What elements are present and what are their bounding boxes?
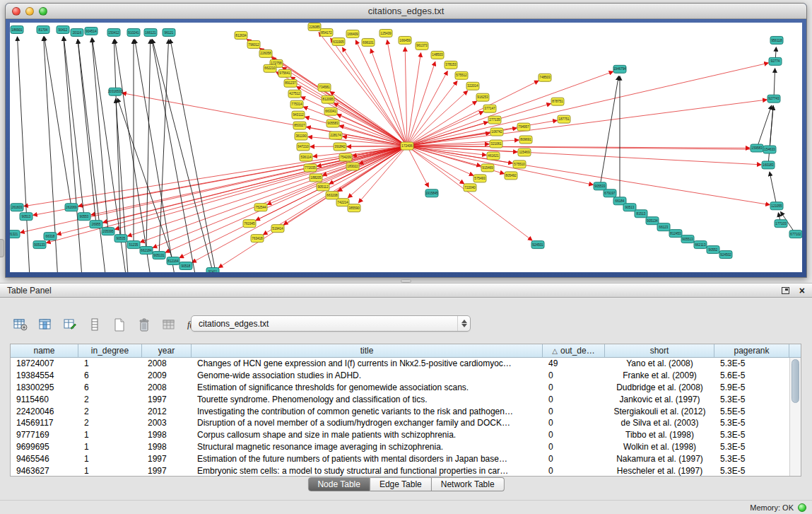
minimize-window-button[interactable] — [25, 7, 34, 16]
svg-text:763418: 763418 — [252, 237, 263, 240]
float-panel-icon[interactable] — [782, 287, 789, 294]
table-vertical-scrollbar[interactable] — [789, 358, 801, 476]
table-row[interactable]: 969969511998Structural magnetic resonanc… — [11, 441, 789, 453]
svg-text:663341: 663341 — [325, 110, 336, 113]
memory-status-label: Memory: OK — [750, 503, 794, 512]
svg-text:166121: 166121 — [145, 31, 156, 35]
show-columns-button[interactable] — [36, 315, 54, 334]
traffic-lights — [12, 7, 47, 16]
svg-text:752544: 752544 — [255, 206, 266, 209]
table-cell: 19384554 — [11, 370, 78, 380]
table-cell: 2008 — [142, 382, 192, 392]
edit-column-button[interactable] — [61, 315, 79, 334]
import-table-button[interactable] — [160, 315, 178, 334]
column-header-short[interactable]: short — [605, 344, 714, 357]
table-row[interactable]: 946362711997Embryonic stem cells: a mode… — [11, 465, 789, 476]
tab-edge-table[interactable]: Edge Table — [370, 477, 432, 491]
window-title: citations_edges.txt — [6, 6, 806, 16]
svg-text:905513: 905513 — [682, 238, 693, 241]
dropdown-stepper-icon — [457, 316, 470, 331]
table-cell: 1998 — [142, 442, 192, 452]
table-row[interactable]: 1938455462009Genome-wide association stu… — [11, 370, 789, 382]
network-graph[interactable]: 1724068126347960122260581727589756418912… — [10, 23, 802, 272]
new-file-button[interactable] — [110, 315, 129, 334]
window-titlebar[interactable]: citations_edges.txt — [6, 4, 806, 19]
table-row[interactable]: 977716911998Corpus callosum shape and si… — [11, 429, 789, 441]
svg-text:696101: 696101 — [363, 41, 374, 45]
table-cell: 1 — [78, 442, 142, 452]
column-header-title[interactable]: title — [192, 344, 543, 357]
table-cell: 1 — [78, 454, 142, 464]
svg-text:796012: 796012 — [248, 43, 259, 47]
svg-text:106742: 106742 — [491, 130, 502, 134]
table-cell: de Silva et al. (2003) — [605, 418, 714, 428]
sort-ascending-icon: △ — [552, 347, 558, 355]
close-window-button[interactable] — [12, 7, 20, 16]
svg-text:81513: 81513 — [637, 212, 646, 216]
table-cell: 1997 — [142, 395, 192, 404]
table-cell: Wolkin et al. (1998) — [605, 442, 714, 452]
svg-text:677102: 677102 — [790, 233, 801, 236]
svg-text:961373: 961373 — [416, 45, 428, 48]
svg-text:742214: 742214 — [337, 201, 348, 204]
table-selector-dropdown[interactable]: citations_edges.txt — [191, 315, 471, 332]
svg-text:812634: 812634 — [235, 34, 247, 37]
zoom-window-button[interactable] — [39, 7, 47, 16]
svg-text:956118: 956118 — [772, 39, 782, 42]
table-cell: Estimation of significance thresholds fo… — [192, 382, 543, 392]
node-table: name in_degree year title △ out_de… shor… — [10, 344, 801, 477]
svg-text:322014: 322014 — [467, 84, 478, 88]
table-cell: Embryonic stem cells: a model to study s… — [192, 466, 543, 476]
table-settings-button[interactable] — [11, 315, 30, 334]
column-header-out-degree[interactable]: △ out_de… — [543, 344, 605, 357]
svg-text:905131: 905131 — [153, 254, 165, 257]
svg-text:519414: 519414 — [272, 227, 283, 230]
table-row[interactable]: 1456911722003Disruption of a novel membe… — [11, 417, 789, 429]
column-header-pagerank[interactable]: pagerank — [714, 344, 789, 357]
table-row[interactable]: 911546021997Tourette syndrome. Phenomeno… — [11, 393, 789, 405]
table-selector-value: citations_edges.txt — [199, 319, 269, 329]
close-panel-icon[interactable]: × — [799, 286, 805, 296]
table-row[interactable]: 946554611997Estimation of the future num… — [11, 452, 789, 465]
row-operations-button[interactable] — [86, 315, 104, 334]
svg-text:183022: 183022 — [347, 165, 358, 168]
svg-text:854172: 854172 — [321, 31, 332, 35]
delete-table-button[interactable] — [135, 315, 153, 334]
column-header-year[interactable]: year — [142, 344, 192, 357]
side-panel-grip[interactable] — [0, 239, 4, 257]
table-row[interactable]: 2242004622012Investigating the contribut… — [11, 405, 789, 417]
svg-text:166409: 166409 — [347, 33, 358, 36]
svg-text:812164: 812164 — [167, 259, 179, 263]
svg-text:754209: 754209 — [340, 156, 351, 159]
tab-network-table[interactable]: Network Table — [432, 477, 505, 491]
svg-text:809691: 809691 — [520, 138, 531, 141]
svg-text:536114: 536114 — [301, 156, 312, 159]
column-header-name[interactable]: name — [11, 344, 78, 357]
table-cell: 0 — [543, 442, 605, 452]
svg-text:427512: 427512 — [289, 92, 300, 95]
table-cell: Dudbridge et al. (2008) — [605, 382, 714, 392]
table-row[interactable]: 1872400712008Changes of HCN gene express… — [11, 358, 789, 370]
svg-text:92774: 92774 — [771, 59, 780, 63]
svg-text:924501: 924501 — [532, 243, 543, 247]
table-cell: Tourette syndrome. Phenomenology and cla… — [192, 395, 543, 404]
table-rows: 1872400712008Changes of HCN gene express… — [11, 358, 789, 476]
svg-text:385590: 385590 — [348, 206, 360, 210]
svg-text:461621: 461621 — [488, 154, 499, 158]
svg-text:1915845: 1915845 — [425, 192, 438, 195]
table-panel-title: Table Panel — [7, 286, 52, 296]
table-cell: 5.3E-5 — [714, 454, 789, 464]
scrollbar-thumb[interactable] — [792, 359, 799, 403]
tab-node-table[interactable]: Node Table — [307, 477, 370, 491]
svg-text:910241: 910241 — [128, 31, 139, 35]
column-header-in-degree[interactable]: in_degree — [78, 344, 142, 357]
table-row[interactable]: 1830029562008Estimation of significance … — [11, 382, 789, 394]
table-cell: 9115460 — [11, 395, 78, 404]
table-cell: 18724007 — [11, 358, 78, 368]
svg-text:66123: 66123 — [659, 226, 669, 229]
svg-text:812453: 812453 — [670, 232, 681, 235]
table-cell: Estimation of the future numbers of pati… — [192, 454, 543, 464]
svg-text:277135: 277135 — [489, 118, 500, 122]
network-canvas[interactable]: 1724068126347960122260581727589756418912… — [10, 23, 802, 272]
svg-text:662210: 662210 — [264, 66, 276, 70]
